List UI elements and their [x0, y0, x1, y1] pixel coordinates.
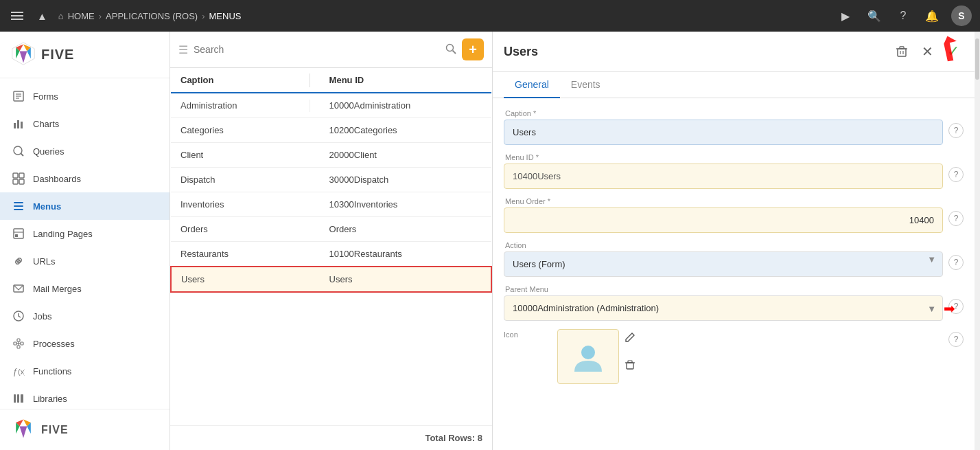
- table-row[interactable]: Client 20000Client: [171, 143, 491, 168]
- sidebar-label-libraries: Libraries: [33, 394, 67, 404]
- sidebar-item-forms[interactable]: Forms: [0, 82, 170, 110]
- svg-point-48: [447, 44, 454, 51]
- avatar[interactable]: S: [951, 5, 972, 26]
- action-help-icon[interactable]: ?: [948, 255, 964, 270]
- svg-point-55: [581, 346, 595, 359]
- menu-id-input[interactable]: [504, 164, 943, 189]
- play-button[interactable]: ▶: [836, 6, 855, 25]
- table-row[interactable]: Orders Orders: [171, 217, 491, 242]
- svg-rect-20: [14, 205, 23, 207]
- row-divider: [301, 192, 320, 217]
- icon-label: Icon: [504, 329, 552, 339]
- search-nav-button[interactable]: 🔍: [865, 6, 884, 25]
- sidebar-item-mail-merges[interactable]: Mail Merges: [0, 275, 170, 302]
- table-row[interactable]: Administration 10000Administration: [171, 93, 491, 118]
- row-divider: [301, 168, 320, 192]
- breadcrumb-menus[interactable]: MENUS: [209, 11, 242, 21]
- sidebar-logo: FIVE: [0, 32, 170, 78]
- caption-input[interactable]: [504, 120, 943, 145]
- notifications-button[interactable]: 🔔: [922, 6, 942, 25]
- icon-row: Icon: [504, 329, 964, 384]
- table-row[interactable]: Categories 10200Categories: [171, 118, 491, 143]
- delete-button[interactable]: [891, 43, 912, 60]
- caption-help-icon[interactable]: ?: [948, 123, 964, 138]
- sidebar-item-menus[interactable]: Menus: [0, 192, 170, 220]
- list-panel: ☰ + Caption Menu ID: [170, 32, 493, 450]
- icon-help-icon[interactable]: ?: [948, 332, 964, 347]
- breadcrumb-home[interactable]: HOME: [68, 11, 95, 21]
- svg-rect-16: [19, 173, 24, 178]
- breadcrumb-sep1: ›: [99, 11, 102, 21]
- detail-panel: Users ✕ ✓ General Events Caption *: [493, 32, 975, 450]
- action-select[interactable]: Users (Form): [504, 251, 943, 277]
- landing-pages-icon: [11, 226, 26, 241]
- sidebar-label-processes: Processes: [33, 339, 75, 349]
- add-button[interactable]: +: [462, 38, 484, 60]
- row-caption: Restaurants: [171, 242, 301, 267]
- top-nav: ▲ ⌂ HOME › APPLICATIONS (ROS) › MENUS ▶ …: [0, 0, 980, 32]
- menu-id-help-icon[interactable]: ?: [948, 167, 964, 182]
- sidebar-menu: Forms Charts Queries Dashboards: [0, 78, 170, 409]
- scroll-bar[interactable]: [975, 32, 980, 450]
- svg-rect-30: [17, 346, 20, 348]
- sidebar-label-mail-merges: Mail Merges: [33, 284, 82, 294]
- table-row-users[interactable]: Users Users: [171, 267, 491, 292]
- scroll-thumb[interactable]: [975, 38, 979, 80]
- sidebar-item-processes[interactable]: Processes: [0, 330, 170, 357]
- menu-order-help-icon[interactable]: ?: [948, 211, 964, 226]
- close-button[interactable]: ✕: [918, 41, 937, 63]
- detail-actions: ✕ ✓: [891, 40, 964, 63]
- icon-edit-button[interactable]: [625, 332, 635, 346]
- table-row[interactable]: Inventories 10300Inventories: [171, 192, 491, 217]
- tab-general[interactable]: General: [504, 72, 560, 98]
- svg-rect-18: [19, 179, 24, 184]
- sidebar-item-functions[interactable]: f(x) Functions: [0, 357, 170, 385]
- breadcrumb-applications[interactable]: APPLICATIONS (ROS): [106, 11, 198, 21]
- action-row: Action Users (Form) ▼ ?: [504, 241, 964, 277]
- menus-icon: [11, 199, 26, 214]
- svg-text:(x): (x): [18, 368, 25, 376]
- row-caption: Orders: [171, 217, 301, 242]
- sidebar-item-jobs[interactable]: Jobs: [0, 302, 170, 330]
- sidebar-footer-logo: [11, 416, 36, 443]
- search-button[interactable]: [445, 43, 456, 56]
- menu-id-label: Menu ID *: [504, 153, 943, 161]
- svg-point-13: [14, 146, 22, 155]
- sidebar-item-dashboards[interactable]: Dashboards: [0, 165, 170, 192]
- menu-order-input[interactable]: [504, 207, 943, 233]
- table-row[interactable]: Dispatch 30000Dispatch: [171, 168, 491, 192]
- filter-icon: ☰: [178, 43, 188, 56]
- row-divider: [301, 143, 320, 168]
- save-button[interactable]: ✓: [943, 40, 964, 63]
- hamburger-menu[interactable]: [8, 9, 26, 23]
- queries-icon: [11, 144, 26, 159]
- svg-line-49: [453, 50, 456, 54]
- svg-rect-22: [14, 229, 23, 238]
- row-menu-id: 30000Dispatch: [320, 168, 491, 192]
- footer-logo-text: FIVE: [41, 424, 69, 436]
- sidebar-item-libraries[interactable]: Libraries: [0, 385, 170, 409]
- menus-table: Caption Menu ID Administration 10000Admi…: [170, 68, 492, 293]
- search-input[interactable]: [194, 44, 440, 55]
- parent-menu-select[interactable]: 10000Administration (Administration): [504, 295, 943, 321]
- svg-rect-58: [628, 361, 632, 363]
- menu-order-label: Menu Order *: [504, 197, 943, 205]
- sidebar-item-queries[interactable]: Queries: [0, 137, 170, 165]
- breadcrumb-sep2: ›: [202, 11, 205, 21]
- sidebar-item-charts[interactable]: Charts: [0, 110, 170, 137]
- icon-actions: [625, 329, 635, 373]
- back-button[interactable]: ▲: [33, 8, 51, 25]
- tab-events[interactable]: Events: [560, 72, 611, 98]
- table-row[interactable]: Restaurants 10100Restaurants: [171, 242, 491, 267]
- parent-menu-help-icon[interactable]: ?: [948, 299, 964, 314]
- svg-rect-52: [900, 47, 904, 49]
- row-divider: [301, 242, 320, 267]
- sidebar-label-charts: Charts: [33, 119, 59, 129]
- sidebar-item-urls[interactable]: URLs: [0, 247, 170, 275]
- sidebar-item-landing-pages[interactable]: Landing Pages: [0, 220, 170, 247]
- menu-id-row: Menu ID * ?: [504, 153, 964, 189]
- help-button[interactable]: ?: [894, 6, 913, 25]
- icon-delete-button[interactable]: [625, 359, 635, 373]
- home-icon: ⌂: [58, 11, 64, 21]
- detail-tabs: General Events: [493, 72, 975, 98]
